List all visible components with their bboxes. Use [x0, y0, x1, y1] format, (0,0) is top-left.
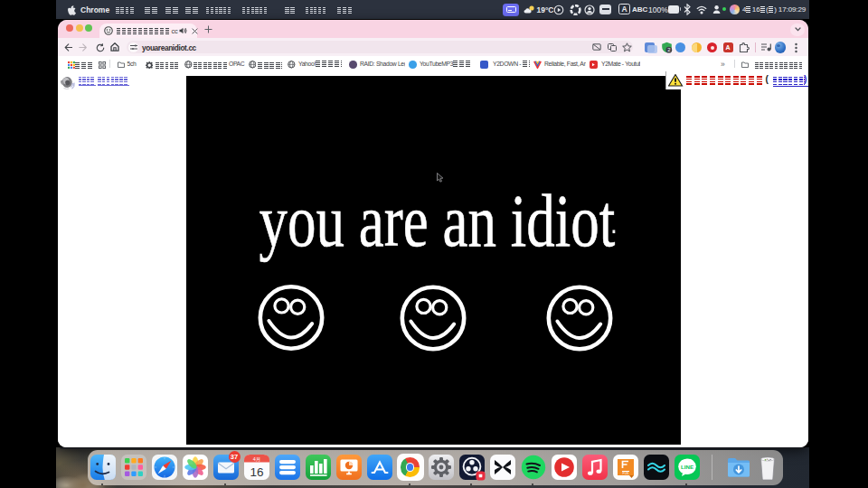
svg-text:LINE: LINE — [680, 464, 693, 470]
svg-text:16: 16 — [250, 465, 263, 479]
svg-text:FUS: FUS — [622, 472, 629, 475]
svg-text:4月: 4月 — [252, 456, 260, 463]
